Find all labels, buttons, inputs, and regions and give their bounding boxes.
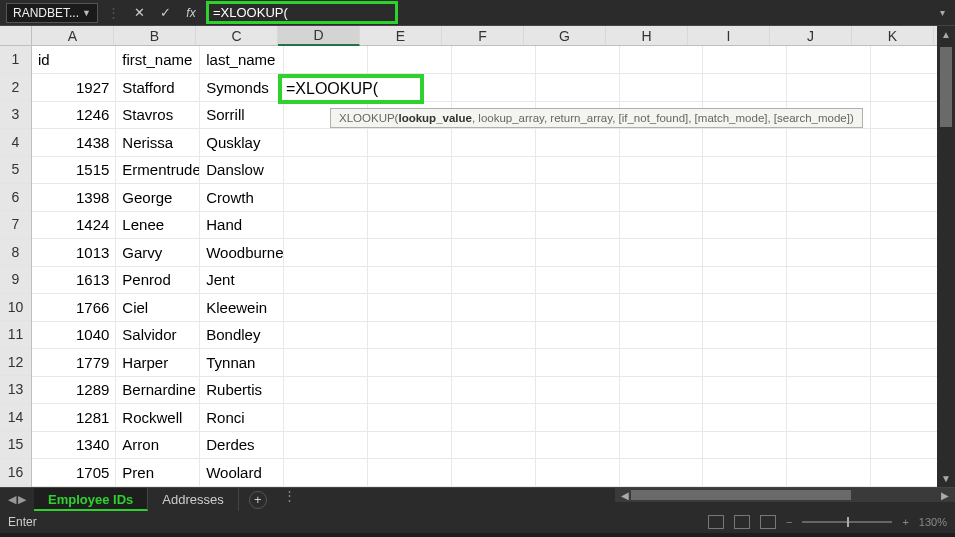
cell[interactable]: [703, 129, 787, 157]
cell[interactable]: Pren: [116, 459, 200, 487]
cell[interactable]: [284, 46, 368, 74]
row-header[interactable]: 9: [0, 266, 31, 294]
row-header[interactable]: 13: [0, 376, 31, 404]
cell[interactable]: [703, 294, 787, 322]
cell[interactable]: [284, 321, 368, 349]
cell[interactable]: [367, 376, 451, 404]
cell[interactable]: 1281: [32, 404, 116, 432]
cell[interactable]: [787, 101, 871, 129]
cell[interactable]: 1766: [32, 294, 116, 322]
sheet-tab-active[interactable]: Employee IDs: [34, 488, 148, 511]
cell[interactable]: [619, 156, 703, 184]
cell[interactable]: Harper: [116, 349, 200, 377]
column-header[interactable]: C: [196, 26, 278, 45]
cell[interactable]: [451, 321, 535, 349]
cell[interactable]: [703, 321, 787, 349]
cell[interactable]: [619, 46, 703, 74]
cell[interactable]: [619, 101, 703, 129]
add-sheet-button[interactable]: +: [249, 491, 267, 509]
cell[interactable]: [451, 431, 535, 459]
row-header[interactable]: 14: [0, 404, 31, 432]
zoom-in-button[interactable]: +: [902, 516, 908, 528]
row-header[interactable]: 16: [0, 459, 31, 487]
cell[interactable]: [703, 239, 787, 267]
cell[interactable]: [367, 156, 451, 184]
row-header[interactable]: 2: [0, 74, 31, 102]
cell[interactable]: [619, 129, 703, 157]
cell[interactable]: [284, 156, 368, 184]
formula-bar-collapse-icon[interactable]: ▾: [940, 7, 949, 18]
cell[interactable]: Rockwell: [116, 404, 200, 432]
cell[interactable]: [535, 129, 619, 157]
cell[interactable]: [535, 349, 619, 377]
cell[interactable]: [367, 431, 451, 459]
cell[interactable]: 1613: [32, 266, 116, 294]
cell[interactable]: [535, 101, 619, 129]
cell[interactable]: [451, 459, 535, 487]
cell[interactable]: [787, 376, 871, 404]
cell[interactable]: [619, 321, 703, 349]
cell[interactable]: Qusklay: [200, 129, 284, 157]
cell[interactable]: [451, 211, 535, 239]
cell[interactable]: [619, 349, 703, 377]
cell[interactable]: [535, 321, 619, 349]
cell[interactable]: [451, 404, 535, 432]
sheet-tab[interactable]: Addresses: [148, 488, 238, 511]
cell[interactable]: [787, 294, 871, 322]
tab-split-handle[interactable]: ⋮: [277, 488, 301, 511]
name-box[interactable]: RANDBET... ▼: [6, 3, 98, 23]
cell[interactable]: Stafford: [116, 74, 200, 102]
scroll-down-icon[interactable]: ▼: [941, 470, 951, 487]
scrollbar-track[interactable]: [937, 43, 955, 470]
cell[interactable]: 1040: [32, 321, 116, 349]
cell[interactable]: [284, 101, 368, 129]
horizontal-scrollbar[interactable]: ◀ ▶: [615, 488, 955, 502]
formula-input[interactable]: =XLOOKUP(: [213, 5, 288, 20]
cell[interactable]: [284, 266, 368, 294]
cell[interactable]: [284, 184, 368, 212]
cell[interactable]: [367, 239, 451, 267]
cell[interactable]: [284, 294, 368, 322]
cell[interactable]: [619, 431, 703, 459]
column-header-active[interactable]: D: [278, 26, 360, 46]
cell[interactable]: [619, 459, 703, 487]
scroll-right-icon[interactable]: ▶: [937, 490, 953, 501]
column-header[interactable]: I: [688, 26, 770, 45]
cell[interactable]: [619, 211, 703, 239]
cell[interactable]: [284, 74, 368, 102]
cell[interactable]: 1246: [32, 101, 116, 129]
cell[interactable]: [367, 404, 451, 432]
cell[interactable]: [284, 459, 368, 487]
cell[interactable]: Woodburne: [200, 239, 284, 267]
cell[interactable]: [703, 156, 787, 184]
cell[interactable]: Sorrill: [200, 101, 284, 129]
column-header[interactable]: K: [852, 26, 934, 45]
cell[interactable]: [451, 239, 535, 267]
cell[interactable]: [284, 211, 368, 239]
cell[interactable]: 1340: [32, 431, 116, 459]
cell[interactable]: [619, 376, 703, 404]
cell[interactable]: [284, 404, 368, 432]
cell[interactable]: [619, 404, 703, 432]
cell[interactable]: first_name: [116, 46, 200, 74]
cell[interactable]: [787, 321, 871, 349]
cell[interactable]: [703, 431, 787, 459]
column-header[interactable]: G: [524, 26, 606, 45]
cell[interactable]: [787, 239, 871, 267]
scrollbar-thumb[interactable]: [940, 47, 952, 127]
cell[interactable]: 1424: [32, 211, 116, 239]
cell[interactable]: 1927: [32, 74, 116, 102]
cell[interactable]: [703, 74, 787, 102]
cell[interactable]: id: [32, 46, 116, 74]
cell[interactable]: [535, 74, 619, 102]
cell[interactable]: Lenee: [116, 211, 200, 239]
cell[interactable]: [451, 376, 535, 404]
cell[interactable]: [367, 266, 451, 294]
cell[interactable]: [619, 184, 703, 212]
row-header[interactable]: 1: [0, 46, 31, 74]
cell[interactable]: Nerissa: [116, 129, 200, 157]
cell[interactable]: [451, 349, 535, 377]
zoom-level[interactable]: 130%: [919, 516, 947, 528]
cell[interactable]: [535, 239, 619, 267]
cell[interactable]: [787, 129, 871, 157]
